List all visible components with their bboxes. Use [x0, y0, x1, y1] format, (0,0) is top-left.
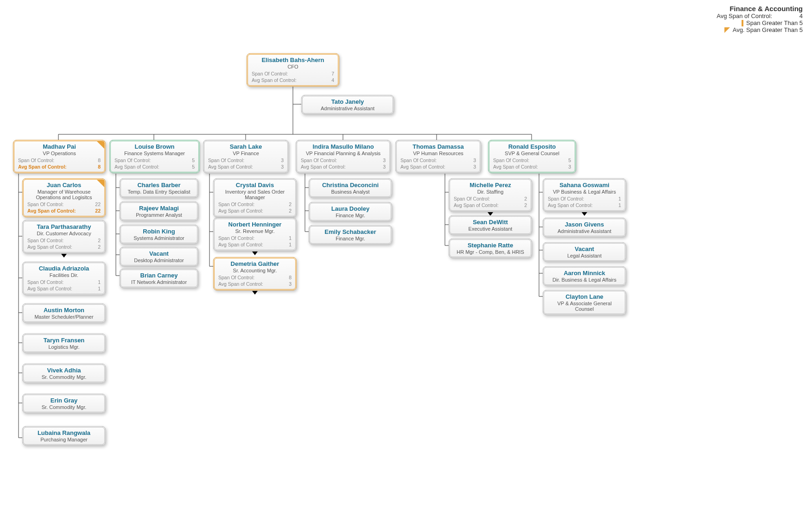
node-madhav[interactable]: Madhav Pai VP Operations Span Of Control…	[13, 140, 106, 173]
node-title: Dir. Customer Advocacy	[27, 231, 101, 236]
node-title: VP Business & Legal Affairs	[548, 189, 621, 195]
node-name: Rajeev Malagi	[125, 205, 193, 212]
node-brian[interactable]: Brian Carney IT Network Administrator	[120, 269, 198, 288]
node-title: Dir. Business & Legal Affairs	[548, 277, 621, 283]
node-vivek[interactable]: Vivek Adhia Sr. Commodity Mgr.	[22, 364, 106, 383]
node-name: Jason Givens	[548, 221, 621, 228]
node-name: Sahana Goswami	[548, 182, 621, 189]
node-sean[interactable]: Sean DeWitt Executive Assistant	[449, 215, 532, 235]
node-norbert[interactable]: Norbert Henninger Sr. Revenue Mgr. Span …	[213, 218, 297, 251]
node-name: Vacant	[548, 245, 621, 252]
node-title: IT Network Administrator	[125, 279, 193, 285]
expand-arrow-icon[interactable]	[582, 212, 587, 216]
expand-arrow-icon[interactable]	[252, 291, 258, 295]
node-title: Executive Assistant	[454, 226, 527, 232]
expand-arrow-icon[interactable]	[252, 252, 258, 255]
node-title: Legal Assistant	[548, 253, 621, 258]
node-ronald[interactable]: Ronald Esposito SVP & General Counsel Sp…	[488, 140, 576, 173]
node-title: Purchasing Manager	[27, 437, 101, 442]
node-stats: Span Of Control:1 Avg Span of Control:1	[27, 279, 101, 292]
node-robin[interactable]: Robin King Systems Administrator	[120, 225, 198, 244]
node-sahana[interactable]: Sahana Goswami VP Business & Legal Affai…	[543, 178, 626, 212]
legend-avg-gt5: Avg. Span Greater Than 5	[717, 26, 803, 33]
node-name: Norbert Henninger	[218, 221, 292, 228]
node-stats: Span Of Control:7 Avg Span of Control:4	[252, 71, 334, 83]
node-jason[interactable]: Jason Givens Administrative Assistant	[543, 218, 626, 237]
node-indira[interactable]: Indira Masullo Milano VP Financial Plann…	[296, 140, 391, 173]
node-title: VP Financial Planning & Analysis	[301, 151, 386, 156]
node-thomas[interactable]: Thomas Damassa VP Human Resources Span O…	[395, 140, 481, 173]
node-crystal[interactable]: Crystal Davis Inventory and Sales Order …	[213, 178, 297, 217]
node-aaron[interactable]: Aaron Minnick Dir. Business & Legal Affa…	[543, 266, 626, 286]
node-stephanie[interactable]: Stephanie Ratte HR Mgr - Comp, Ben, & HR…	[449, 239, 532, 258]
node-charles[interactable]: Charles Barber Temp. Data Entry Speciali…	[120, 178, 198, 198]
node-austin[interactable]: Austin Morton Master Scheduler/Planner	[22, 303, 106, 323]
node-demetria[interactable]: Demetria Gaither Sr. Accounting Mgr. Spa…	[213, 257, 297, 290]
node-name: Aaron Minnick	[548, 270, 621, 277]
node-title: Sr. Commodity Mgr.	[27, 374, 101, 380]
node-name: Tara Parthasarathy	[27, 223, 101, 230]
node-michelle[interactable]: Michelle Perez Dir. Staffing Span Of Con…	[449, 178, 532, 212]
node-name: Louise Brown	[114, 143, 195, 150]
orange-bar-icon	[742, 20, 743, 26]
node-title: Finance Mgr.	[314, 236, 387, 241]
node-title: Sr. Accounting Mgr.	[218, 268, 292, 273]
node-stats: Span Of Control:2 Avg Span of Control:2	[454, 196, 527, 208]
node-name: Clayton Lane	[548, 293, 621, 300]
node-name: Stephanie Ratte	[454, 242, 527, 249]
node-stats: Span Of Control:3 Avg Span of Control:3	[400, 157, 476, 170]
node-title: Dir. Staffing	[454, 189, 527, 195]
node-name: Sean DeWitt	[454, 219, 527, 226]
node-name: Madhav Pai	[18, 143, 101, 150]
node-title: Systems Administrator	[125, 235, 193, 241]
node-juan[interactable]: Juan Carlos Manager of Warehouse Operati…	[22, 178, 106, 217]
node-rajeev[interactable]: Rajeev Malagi Programmer Analyst	[120, 201, 198, 221]
node-sarah[interactable]: Sarah Lake VP Finance Span Of Control:3 …	[203, 140, 289, 173]
node-cfo[interactable]: Elisabeth Bahs-Ahern CFO Span Of Control…	[247, 53, 339, 87]
node-name: Sarah Lake	[208, 143, 284, 150]
node-stats: Span Of Control:1 Avg Span of Control:1	[548, 196, 621, 208]
node-name: Taryn Fransen	[27, 337, 101, 344]
node-title: Master Scheduler/Planner	[27, 314, 101, 320]
node-tato[interactable]: Tato Janely Administrative Assistant	[301, 95, 394, 114]
node-name: Tato Janely	[306, 98, 389, 105]
node-title: Temp. Data Entry Specialist	[125, 189, 193, 195]
node-christina[interactable]: Christina Deconcini Business Analyst	[309, 178, 392, 198]
corner-triangle-icon	[97, 141, 104, 149]
node-name: Ronald Esposito	[493, 143, 571, 150]
node-emily[interactable]: Emily Schabacker Finance Mgr.	[309, 225, 392, 245]
legend-box: Finance & Accounting Avg Span of Control…	[717, 5, 803, 33]
node-title: Logistics Mgr.	[27, 344, 101, 350]
node-erin[interactable]: Erin Gray Sr. Commodity Mgr.	[22, 394, 106, 413]
node-name: Claudia Adriazola	[27, 265, 101, 272]
node-title: VP & Associate General Counsel	[548, 301, 621, 312]
node-taryn[interactable]: Taryn Fransen Logistics Mgr.	[22, 333, 106, 353]
node-vacant1[interactable]: Vacant Desktop Administrator	[120, 247, 198, 266]
node-title: Finance Systems Manager	[114, 151, 195, 156]
corner-triangle-icon	[97, 180, 104, 187]
node-claudia[interactable]: Claudia Adriazola Facilities Dir. Span O…	[22, 262, 106, 295]
node-title: Desktop Administrator	[125, 258, 193, 263]
node-title: Manager of Warehouse Operations and Logi…	[27, 189, 101, 200]
node-name: Christina Deconcini	[314, 182, 387, 189]
node-name: Thomas Damassa	[400, 143, 476, 150]
node-name: Elisabeth Bahs-Ahern	[252, 57, 334, 63]
node-lubaina[interactable]: Lubaina Rangwala Purchasing Manager	[22, 426, 106, 446]
node-name: Lubaina Rangwala	[27, 429, 101, 436]
node-stats: Span Of Control:1 Avg Span of Control:1	[218, 235, 292, 248]
node-clayton[interactable]: Clayton Lane VP & Associate General Coun…	[543, 290, 626, 315]
expand-arrow-icon[interactable]	[61, 254, 67, 258]
node-louise[interactable]: Louise Brown Finance Systems Manager Spa…	[109, 140, 200, 173]
node-stats: Span Of Control:3 Avg Span of Control:3	[208, 157, 284, 170]
node-laura[interactable]: Laura Dooley Finance Mgr.	[309, 202, 392, 221]
node-title: Administrative Assistant	[306, 106, 389, 111]
node-title: Administrative Assistant	[548, 228, 621, 234]
node-name: Erin Gray	[27, 397, 101, 404]
node-vacant2[interactable]: Vacant Legal Assistant	[543, 242, 626, 262]
node-tara[interactable]: Tara Parthasarathy Dir. Customer Advocac…	[22, 220, 106, 253]
node-stats: Span Of Control:5 Avg Span of Control:5	[114, 157, 195, 170]
node-title: VP Operations	[18, 151, 101, 156]
node-title: Inventory and Sales Order Manager	[218, 189, 292, 200]
node-title: Facilities Dir.	[27, 272, 101, 278]
node-name: Emily Schabacker	[314, 228, 387, 235]
